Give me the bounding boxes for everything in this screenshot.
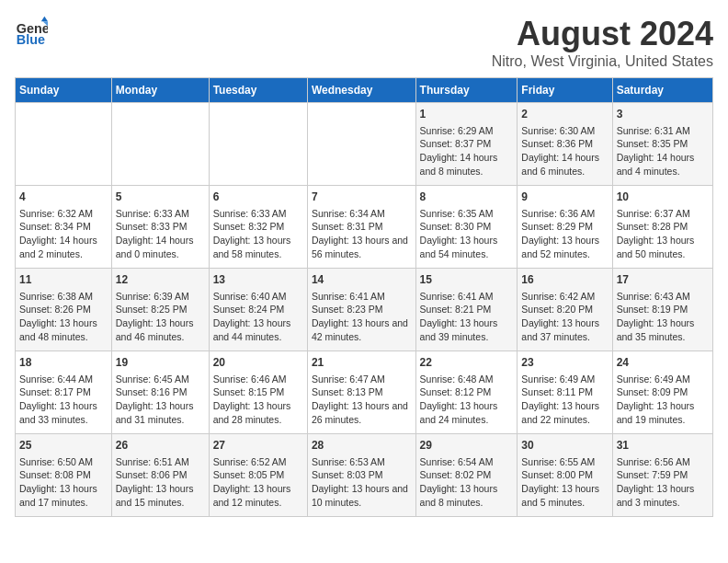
day-info: Sunset: 8:20 PM	[521, 303, 608, 316]
day-info: Sunset: 8:25 PM	[116, 303, 205, 316]
day-info: Sunrise: 6:36 AM	[521, 207, 608, 221]
day-number: 20	[213, 355, 303, 371]
day-info: Sunrise: 6:56 AM	[617, 455, 709, 469]
day-number: 10	[617, 190, 709, 205]
day-number: 28	[312, 438, 412, 454]
calendar-cell: 7Sunrise: 6:34 AMSunset: 8:31 PMDaylight…	[307, 186, 415, 269]
day-info: Daylight: 13 hours and 5 minutes.	[521, 482, 608, 509]
calendar-cell: 5Sunrise: 6:33 AMSunset: 8:33 PMDaylight…	[111, 186, 209, 269]
day-number: 3	[617, 107, 709, 122]
day-number: 12	[116, 272, 205, 288]
column-header-sunday: Sunday	[16, 78, 112, 103]
calendar-cell	[16, 103, 112, 186]
day-info: Daylight: 13 hours and 24 minutes.	[420, 399, 514, 426]
column-header-thursday: Thursday	[415, 78, 518, 103]
day-info: Daylight: 13 hours and 50 minutes.	[617, 234, 709, 260]
calendar-cell: 30Sunrise: 6:55 AMSunset: 8:00 PMDayligh…	[518, 434, 612, 517]
day-info: Daylight: 14 hours and 2 minutes.	[19, 234, 108, 260]
calendar-cell: 28Sunrise: 6:53 AMSunset: 8:03 PMDayligh…	[307, 434, 415, 517]
column-header-tuesday: Tuesday	[209, 78, 307, 103]
day-info: Sunset: 8:31 PM	[312, 220, 412, 234]
day-info: Sunrise: 6:35 AM	[420, 207, 514, 221]
day-number: 16	[521, 272, 608, 288]
svg-marker-2	[41, 17, 48, 21]
day-info: Daylight: 13 hours and 52 minutes.	[521, 234, 608, 260]
day-info: Sunrise: 6:39 AM	[116, 290, 205, 304]
column-header-monday: Monday	[111, 78, 209, 103]
calendar-cell: 16Sunrise: 6:42 AMSunset: 8:20 PMDayligh…	[518, 269, 612, 351]
week-row-2: 4Sunrise: 6:32 AMSunset: 8:34 PMDaylight…	[16, 186, 713, 269]
day-number: 2	[521, 107, 608, 122]
day-info: Sunrise: 6:41 AM	[420, 290, 514, 304]
day-number: 13	[213, 272, 303, 288]
day-number: 5	[116, 190, 205, 205]
day-info: Sunrise: 6:46 AM	[213, 373, 303, 386]
day-info: Sunset: 8:05 PM	[213, 468, 303, 482]
day-number: 7	[312, 190, 412, 205]
day-info: Sunset: 7:59 PM	[617, 468, 709, 482]
day-info: Sunset: 8:33 PM	[116, 220, 205, 234]
day-info: Daylight: 14 hours and 4 minutes.	[617, 151, 709, 178]
day-info: Daylight: 13 hours and 22 minutes.	[521, 399, 608, 426]
day-info: Daylight: 13 hours and 15 minutes.	[116, 482, 205, 509]
day-number: 19	[116, 355, 205, 371]
day-info: Sunset: 8:30 PM	[420, 220, 514, 234]
day-info: Sunset: 8:17 PM	[19, 385, 108, 399]
day-number: 31	[617, 438, 709, 454]
day-info: Sunset: 8:26 PM	[19, 303, 108, 316]
calendar-cell	[307, 103, 415, 186]
day-info: Daylight: 13 hours and 46 minutes.	[116, 316, 205, 343]
day-number: 27	[213, 438, 303, 454]
day-number: 8	[420, 190, 514, 205]
calendar-cell: 3Sunrise: 6:31 AMSunset: 8:35 PMDaylight…	[612, 103, 712, 186]
day-number: 18	[19, 355, 108, 371]
day-number: 9	[521, 190, 608, 205]
day-info: Sunset: 8:08 PM	[19, 468, 108, 482]
day-info: Daylight: 13 hours and 10 minutes.	[312, 482, 412, 509]
day-info: Daylight: 13 hours and 31 minutes.	[116, 399, 205, 426]
day-info: Sunrise: 6:49 AM	[617, 373, 709, 386]
day-info: Sunrise: 6:52 AM	[213, 455, 303, 469]
day-number: 14	[312, 272, 412, 288]
day-info: Sunset: 8:09 PM	[617, 385, 709, 399]
calendar-cell: 19Sunrise: 6:45 AMSunset: 8:16 PMDayligh…	[111, 351, 209, 434]
day-number: 6	[213, 190, 303, 205]
day-info: Sunrise: 6:34 AM	[312, 207, 412, 221]
day-number: 25	[19, 438, 108, 454]
day-info: Sunset: 8:13 PM	[312, 385, 412, 399]
day-info: Daylight: 13 hours and 56 minutes.	[312, 234, 412, 260]
day-info: Daylight: 13 hours and 35 minutes.	[617, 316, 709, 343]
day-info: Daylight: 13 hours and 12 minutes.	[213, 482, 303, 509]
day-number: 15	[420, 272, 514, 288]
calendar-cell: 8Sunrise: 6:35 AMSunset: 8:30 PMDaylight…	[415, 186, 518, 269]
day-info: Sunset: 8:28 PM	[617, 220, 709, 234]
day-info: Sunrise: 6:45 AM	[116, 373, 205, 386]
day-info: Daylight: 13 hours and 8 minutes.	[420, 482, 514, 509]
day-info: Sunrise: 6:48 AM	[420, 373, 514, 386]
day-info: Sunrise: 6:29 AM	[420, 124, 514, 138]
day-number: 22	[420, 355, 514, 371]
svg-text:Blue: Blue	[17, 32, 45, 47]
calendar-cell: 31Sunrise: 6:56 AMSunset: 7:59 PMDayligh…	[612, 434, 712, 517]
calendar-cell: 20Sunrise: 6:46 AMSunset: 8:15 PMDayligh…	[209, 351, 307, 434]
day-info: Sunset: 8:15 PM	[213, 385, 303, 399]
day-info: Daylight: 13 hours and 17 minutes.	[19, 482, 108, 509]
day-info: Daylight: 14 hours and 6 minutes.	[521, 151, 608, 178]
day-info: Sunrise: 6:37 AM	[617, 207, 709, 221]
calendar-cell: 17Sunrise: 6:43 AMSunset: 8:19 PMDayligh…	[612, 269, 712, 351]
day-info: Daylight: 14 hours and 0 minutes.	[116, 234, 205, 260]
day-info: Sunset: 8:36 PM	[521, 137, 608, 151]
day-number: 1	[420, 107, 514, 122]
calendar-cell: 27Sunrise: 6:52 AMSunset: 8:05 PMDayligh…	[209, 434, 307, 517]
day-info: Sunrise: 6:32 AM	[19, 207, 108, 221]
day-info: Sunset: 8:12 PM	[420, 385, 514, 399]
calendar-cell: 1Sunrise: 6:29 AMSunset: 8:37 PMDaylight…	[415, 103, 518, 186]
day-info: Daylight: 13 hours and 33 minutes.	[19, 399, 108, 426]
day-info: Sunrise: 6:33 AM	[116, 207, 205, 221]
day-info: Sunrise: 6:33 AM	[213, 207, 303, 221]
day-info: Sunset: 8:16 PM	[116, 385, 205, 399]
day-info: Sunset: 8:23 PM	[312, 303, 412, 316]
calendar-cell: 14Sunrise: 6:41 AMSunset: 8:23 PMDayligh…	[307, 269, 415, 351]
logo: General Blue	[15, 15, 48, 48]
day-info: Daylight: 13 hours and 54 minutes.	[420, 234, 514, 260]
